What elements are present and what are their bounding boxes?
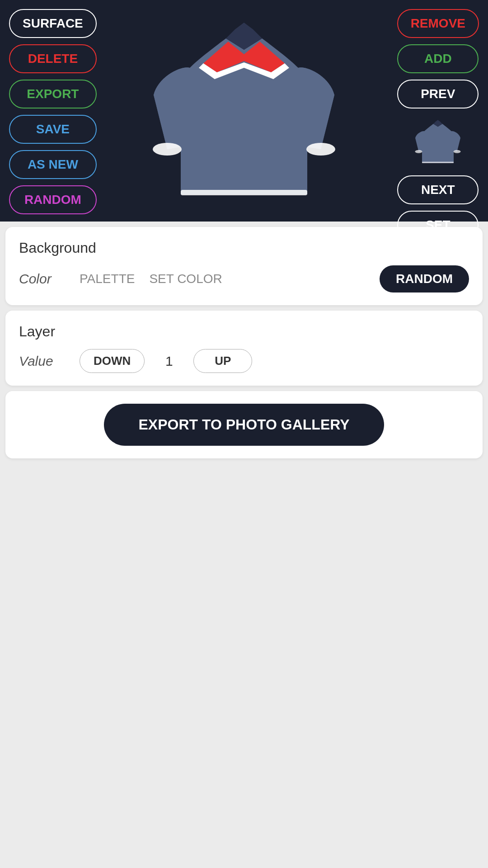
layer-value: 1	[155, 354, 183, 369]
next-button[interactable]: NEXT	[397, 175, 479, 204]
prev-button[interactable]: PREV	[397, 80, 479, 108]
svg-rect-2	[181, 190, 307, 195]
export-to-gallery-button[interactable]: EXPORT TO PHOTO GALLERY	[104, 404, 384, 446]
right-button-group: REMOVE ADD PREV NEXT SET	[397, 9, 479, 240]
background-card-title: Background	[19, 240, 469, 256]
down-button[interactable]: DOWN	[80, 349, 145, 373]
surface-button[interactable]: SURFACE	[9, 9, 97, 38]
export-card: EXPORT TO PHOTO GALLERY	[5, 391, 483, 458]
export-button[interactable]: EXPORT	[9, 80, 97, 108]
set-color-button[interactable]: SET COLOR	[145, 270, 225, 288]
random-button[interactable]: RANDOM	[380, 265, 469, 292]
svg-point-1	[306, 143, 335, 156]
up-button[interactable]: UP	[193, 349, 252, 373]
svg-point-3	[415, 150, 422, 153]
save-button[interactable]: SAVE	[9, 115, 97, 144]
jersey-preview	[136, 9, 352, 212]
bottom-section: Background Color PALETTE SET COLOR RANDO…	[0, 222, 488, 868]
add-button[interactable]: ADD	[397, 44, 479, 73]
set-button[interactable]: SET	[397, 211, 479, 240]
left-button-group: SURFACE DELETE EXPORT SAVE AS NEW RANDOM	[9, 9, 97, 214]
remove-button[interactable]: REMOVE	[397, 9, 479, 38]
color-label: Color	[19, 271, 69, 287]
jersey-thumb-svg	[413, 117, 463, 167]
jersey-thumbnail	[411, 115, 465, 169]
svg-point-4	[454, 150, 461, 153]
layer-card: Layer Value DOWN 1 UP	[5, 311, 483, 386]
layer-row: Value DOWN 1 UP	[19, 349, 469, 373]
background-row: Color PALETTE SET COLOR RANDOM	[19, 265, 469, 292]
palette-button[interactable]: PALETTE	[80, 272, 135, 286]
top-section: SURFACE DELETE EXPORT SAVE AS NEW RANDOM	[0, 0, 488, 222]
jersey-svg	[145, 14, 343, 208]
as-new-button[interactable]: AS NEW	[9, 150, 97, 179]
svg-point-0	[153, 143, 182, 156]
layer-card-title: Layer	[19, 323, 469, 340]
random-top-button[interactable]: RANDOM	[9, 185, 97, 214]
value-label: Value	[19, 354, 69, 369]
delete-button[interactable]: DELETE	[9, 44, 97, 73]
svg-rect-5	[422, 162, 454, 163]
